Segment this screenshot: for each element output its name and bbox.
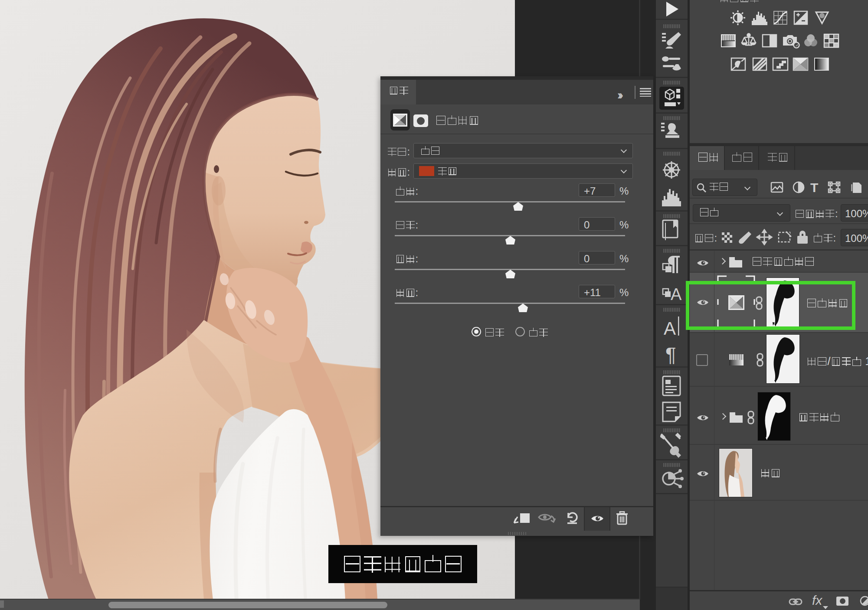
svg-text:T: T xyxy=(810,181,818,195)
svg-text:¶: ¶ xyxy=(665,343,676,366)
svg-text:A: A xyxy=(671,285,682,303)
svg-text:A: A xyxy=(664,318,676,339)
